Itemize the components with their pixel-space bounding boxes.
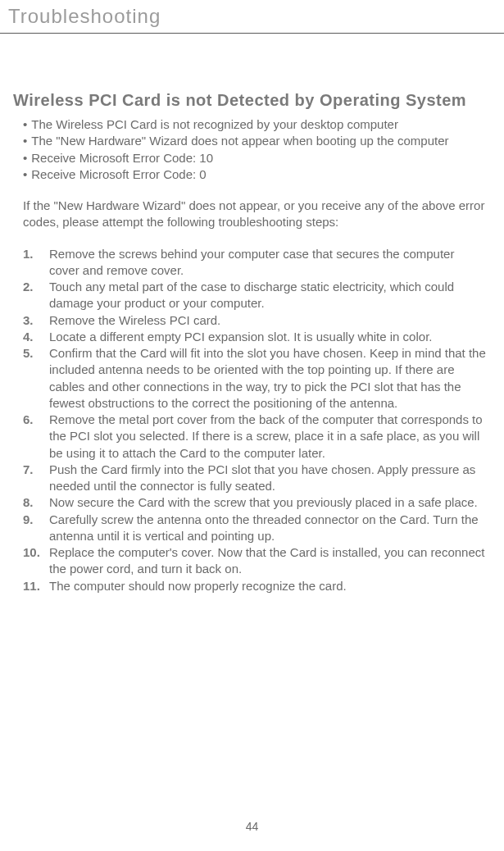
step-item: 4. Locate a different empty PCI expansio… xyxy=(23,329,491,345)
step-number: 10. xyxy=(23,544,49,578)
step-item: 11. The computer should now properly rec… xyxy=(23,578,491,594)
step-text: Now secure the Card with the screw that … xyxy=(49,494,491,511)
bullet-icon: • xyxy=(23,116,31,133)
step-number: 7. xyxy=(23,462,49,495)
step-item: 9. Carefully screw the antenna onto the … xyxy=(23,512,491,545)
bullet-item: • Receive Microsoft Error Code: 0 xyxy=(23,166,491,183)
step-number: 2. xyxy=(23,279,49,312)
step-number: 8. xyxy=(23,494,49,511)
step-item: 5. Confirm that the Card will fit into t… xyxy=(23,345,491,412)
step-number: 9. xyxy=(23,512,49,545)
step-item: 6. Remove the metal port cover from the … xyxy=(23,412,491,462)
step-number: 6. xyxy=(23,412,49,462)
step-item: 8. Now secure the Card with the screw th… xyxy=(23,494,491,511)
bullet-icon: • xyxy=(23,150,31,166)
bullet-item: • The Wireless PCI Card is not recognize… xyxy=(23,116,491,133)
bullet-item: • The "New Hardware" Wizard does not app… xyxy=(23,133,491,149)
symptom-bullets: • The Wireless PCI Card is not recognize… xyxy=(13,116,491,183)
bullet-icon: • xyxy=(23,166,31,183)
step-text: Push the Card firmly into the PCI slot t… xyxy=(49,462,491,495)
content-area: Wireless PCI Card is not Detected by Ope… xyxy=(0,91,504,594)
step-text: Carefully screw the antenna onto the thr… xyxy=(49,512,491,545)
step-text: Remove the metal port cover from the bac… xyxy=(49,412,491,462)
intro-paragraph: If the "New Hardware Wizard" does not ap… xyxy=(13,198,491,231)
step-number: 4. xyxy=(23,329,49,345)
bullet-text: Receive Microsoft Error Code: 10 xyxy=(31,150,491,166)
steps-list: 1. Remove the screws behind your compute… xyxy=(13,246,491,594)
step-text: Locate a different empty PCI expansion s… xyxy=(49,329,491,345)
bullet-item: • Receive Microsoft Error Code: 10 xyxy=(23,150,491,166)
section-title: Wireless PCI Card is not Detected by Ope… xyxy=(13,91,491,110)
bullet-text: The "New Hardware" Wizard does not appea… xyxy=(31,133,491,149)
page-header-title: Troubleshooting xyxy=(0,0,504,33)
step-text: Remove the Wireless PCI card. xyxy=(49,312,491,329)
step-item: 7. Push the Card firmly into the PCI slo… xyxy=(23,462,491,495)
step-number: 3. xyxy=(23,312,49,329)
step-number: 11. xyxy=(23,578,49,594)
step-text: Touch any metal part of the case to disc… xyxy=(49,279,491,312)
bullet-icon: • xyxy=(23,133,31,149)
step-number: 5. xyxy=(23,345,49,412)
bullet-text: The Wireless PCI Card is not recognized … xyxy=(31,116,491,133)
step-text: Remove the screws behind your computer c… xyxy=(49,246,491,280)
step-text: The computer should now properly recogni… xyxy=(49,578,491,594)
step-item: 3. Remove the Wireless PCI card. xyxy=(23,312,491,329)
page-number: 44 xyxy=(0,820,504,833)
step-item: 2. Touch any metal part of the case to d… xyxy=(23,279,491,312)
step-text: Replace the computer's cover. Now that t… xyxy=(49,544,491,578)
step-number: 1. xyxy=(23,246,49,280)
step-item: 10. Replace the computer's cover. Now th… xyxy=(23,544,491,578)
header-divider xyxy=(0,33,504,34)
step-item: 1. Remove the screws behind your compute… xyxy=(23,246,491,280)
bullet-text: Receive Microsoft Error Code: 0 xyxy=(31,166,491,183)
step-text: Confirm that the Card will fit into the … xyxy=(49,345,491,412)
